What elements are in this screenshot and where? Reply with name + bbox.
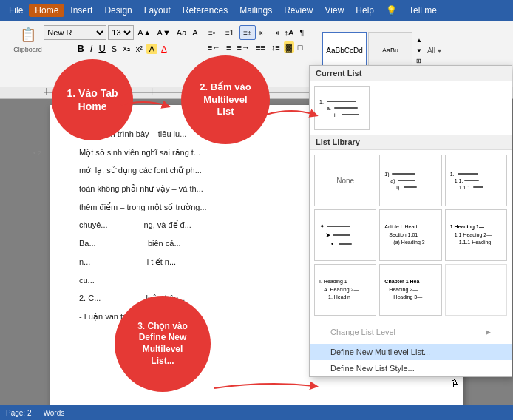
font-color-button[interactable]: A	[159, 43, 169, 55]
increase-indent-button[interactable]: ⇥	[270, 27, 281, 39]
borders-button[interactable]: □	[296, 41, 305, 53]
numbered-list-button[interactable]: ≡1	[222, 25, 238, 40]
list-library-title: List Library	[310, 135, 512, 150]
list-preview-chapter[interactable]: Chapter 1 Hea Heading 2— Heading 3—	[379, 264, 441, 316]
paste-button[interactable]: 📋	[18, 25, 38, 44]
styles-up[interactable]: ▲	[414, 35, 424, 45]
superscript-button[interactable]: x²	[134, 43, 145, 55]
list-preview-none[interactable]: None	[314, 155, 376, 206]
align-center-button[interactable]: ≡	[224, 41, 233, 53]
style-heading[interactable]: AaBu	[368, 32, 412, 69]
style-normal[interactable]: AaBbCcDd	[322, 32, 367, 69]
change-list-level-label: Change List Level	[330, 328, 395, 336]
define-new-style-label: Define New List Style...	[330, 364, 415, 373]
bold-button[interactable]: B	[75, 41, 86, 55]
shading-button[interactable]: ▓	[284, 41, 294, 53]
list-preview-heading[interactable]: 1 Heading 1— 1.1 Heading 2— 1.1.1 Headin…	[445, 209, 507, 261]
multilevel-list-dropdown: Current List 1. a. i. List Library None …	[309, 65, 512, 377]
italic-button[interactable]: I	[88, 41, 95, 55]
bubble-2: 2. Bấm vào Multilevel List	[181, 55, 270, 144]
styles-more[interactable]: ⊞	[414, 56, 424, 66]
menu-mailings[interactable]: Mailings	[234, 4, 278, 17]
page-label: Page: 2	[6, 409, 31, 417]
menu-design[interactable]: Design	[98, 4, 137, 17]
menubar: File Home Insert Design Layout Reference…	[0, 0, 513, 21]
styles-down[interactable]: ▼	[414, 46, 424, 55]
divider-1	[310, 322, 512, 322]
all-label: All ▾	[427, 47, 441, 55]
font-name-select[interactable]: New RTimes New RomanArial	[44, 25, 106, 40]
bubble-3-arrow	[211, 377, 322, 399]
menu-review[interactable]: Review	[278, 4, 319, 17]
menu-view[interactable]: View	[319, 4, 350, 17]
bubble-3: 3. Chọn vào Define New Multilevel List..…	[115, 296, 211, 392]
bubble-1-arrow	[115, 95, 174, 117]
decrease-font-button[interactable]: A▼	[155, 27, 173, 38]
increase-font-button[interactable]: A▲	[135, 27, 153, 38]
statusbar: Page: 2 Words	[0, 405, 513, 420]
clear-format-button[interactable]: Aa	[174, 27, 188, 38]
list-preview-bullet[interactable]: ✦ ➤ •	[314, 209, 376, 261]
font-size-select[interactable]: 131214	[108, 25, 134, 40]
menu-tell-me[interactable]: Tell me	[403, 4, 443, 17]
menu-layout[interactable]: Layout	[138, 4, 177, 17]
none-label: None	[336, 177, 354, 185]
menu-references[interactable]: References	[177, 4, 234, 17]
change-list-level-item: Change List Level ▶	[310, 324, 512, 340]
define-new-style-item[interactable]: Define New List Style...	[310, 360, 512, 376]
menu-home[interactable]: Home	[29, 4, 64, 17]
current-list-preview[interactable]: 1. a. i.	[314, 86, 370, 130]
define-new-multilevel-label: Define New Multilevel List...	[330, 348, 430, 356]
subscript-button[interactable]: x₂	[120, 42, 132, 55]
list-library-grid: None 1) a) i) 1. 1.1. 1.1.1. ✦ ➤ • Artic…	[310, 150, 512, 320]
menu-lightbulb[interactable]: 💡	[380, 4, 403, 17]
justify-button[interactable]: ≡≡	[254, 41, 268, 53]
strikethrough-button[interactable]: S	[109, 43, 119, 55]
list-preview-roman-heading[interactable]: I. Heading 1— A. Heading 2— 1. Headin	[314, 264, 376, 316]
change-level-arrow: ▶	[486, 328, 491, 336]
page-indicator: • 2	[33, 149, 41, 157]
words-label: Words	[43, 409, 64, 417]
list-preview-1ai[interactable]: 1) a) i)	[379, 155, 441, 206]
bubble-2-arrow	[262, 104, 322, 126]
define-new-multilevel-item[interactable]: Define New Multilevel List...	[310, 344, 512, 360]
list-preview-numbered[interactable]: 1. 1.1. 1.1.1.	[445, 155, 507, 206]
show-formatting-button[interactable]: ¶	[297, 27, 306, 38]
align-right-button[interactable]: ≡→	[234, 41, 251, 53]
underline-button[interactable]: U	[96, 41, 107, 55]
list-preview-article[interactable]: Article I. Head Section 1.01 (a) Heading…	[379, 209, 441, 261]
sort-button[interactable]: ↕A	[282, 27, 296, 38]
divider-2	[310, 342, 512, 342]
multilevel-list-button[interactable]: ≡↕	[239, 25, 256, 40]
list-preview-empty	[445, 264, 507, 316]
line-spacing-button[interactable]: ↕≡	[269, 41, 282, 53]
menu-help[interactable]: Help	[350, 4, 380, 17]
decrease-indent-button[interactable]: ⇤	[257, 27, 268, 39]
clipboard-label: Clipboard	[13, 46, 42, 53]
align-left-button[interactable]: ≡←	[205, 41, 222, 53]
mouse-cursor: 🖱	[449, 377, 461, 390]
menu-insert[interactable]: Insert	[64, 4, 98, 17]
highlight-button[interactable]: A	[146, 44, 157, 54]
bullet-list-button[interactable]: ≡•	[204, 25, 220, 40]
menu-file[interactable]: File	[3, 4, 29, 17]
current-list-title: Current List	[310, 66, 512, 81]
